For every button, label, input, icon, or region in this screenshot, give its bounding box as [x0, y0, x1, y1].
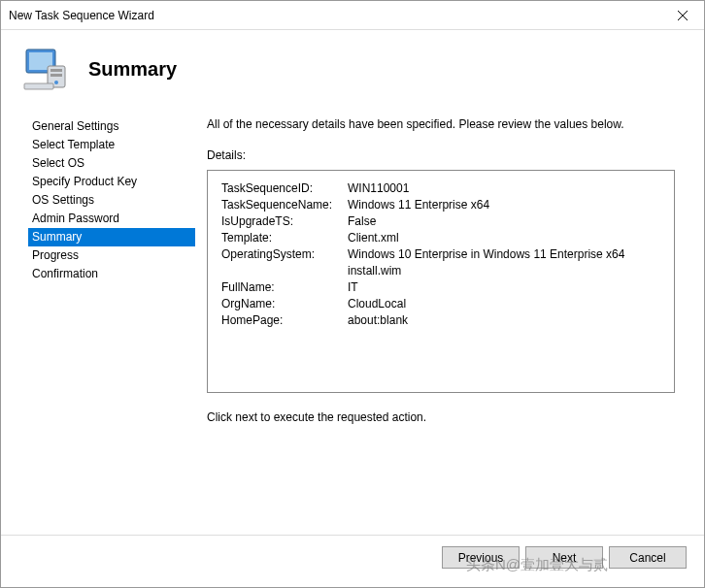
sidebar-item-specify-product-key[interactable]: Specify Product Key — [28, 173, 195, 191]
detail-key: TaskSequenceID: — [221, 180, 348, 197]
sidebar-item-confirmation[interactable]: Confirmation — [28, 265, 195, 283]
page-title: Summary — [88, 58, 177, 81]
detail-row: FullName:IT — [221, 279, 660, 296]
close-button[interactable] — [660, 1, 704, 30]
detail-value: about:blank — [348, 312, 660, 329]
next-button[interactable]: Next — [525, 546, 603, 569]
main-panel: All of the necessary details have been s… — [195, 108, 694, 535]
sidebar-item-admin-password[interactable]: Admin Password — [28, 210, 195, 228]
detail-value: WIN110001 — [348, 180, 660, 197]
wizard-footer: Previous Next Cancel — [1, 535, 704, 579]
hint-text: Click next to execute the requested acti… — [207, 410, 675, 424]
sidebar-item-os-settings[interactable]: OS Settings — [28, 191, 195, 210]
sidebar-item-select-os[interactable]: Select OS — [28, 154, 195, 173]
svg-rect-3 — [50, 69, 62, 72]
sidebar-item-summary[interactable]: Summary — [28, 228, 195, 246]
detail-value: CloudLocal — [348, 296, 660, 312]
cancel-button[interactable]: Cancel — [609, 546, 687, 569]
instruction-text: All of the necessary details have been s… — [207, 117, 675, 131]
detail-key: IsUpgradeTS: — [221, 213, 348, 230]
sidebar-item-progress[interactable]: Progress — [28, 246, 195, 265]
detail-value: Client.xml — [348, 230, 660, 246]
detail-key: Template: — [221, 230, 348, 246]
detail-value: Windows 10 Enterprise in Windows 11 Ente… — [348, 246, 660, 279]
detail-row: Template:Client.xml — [221, 230, 660, 246]
details-label: Details: — [207, 148, 675, 162]
window-title: New Task Sequence Wizard — [9, 9, 154, 22]
detail-row: TaskSequenceName:Windows 11 Enterprise x… — [221, 197, 660, 213]
detail-key: OrgName: — [221, 296, 348, 312]
detail-key: HomePage: — [221, 312, 348, 329]
wizard-steps-sidebar: General SettingsSelect TemplateSelect OS… — [11, 108, 195, 535]
close-icon — [678, 11, 688, 20]
details-box: TaskSequenceID:WIN110001TaskSequenceName… — [207, 170, 675, 393]
svg-rect-4 — [50, 74, 62, 77]
detail-key: TaskSequenceName: — [221, 197, 348, 213]
detail-row: HomePage:about:blank — [221, 312, 660, 329]
detail-row: OrgName:CloudLocal — [221, 296, 660, 312]
detail-key: OperatingSystem: — [221, 246, 348, 279]
detail-value: Windows 11 Enterprise x64 — [348, 197, 660, 213]
detail-key: FullName: — [221, 279, 348, 296]
svg-point-5 — [54, 81, 58, 84]
sidebar-item-select-template[interactable]: Select Template — [28, 136, 195, 154]
previous-button[interactable]: Previous — [442, 546, 520, 569]
detail-row: TaskSequenceID:WIN110001 — [221, 180, 660, 197]
detail-row: IsUpgradeTS:False — [221, 213, 660, 230]
wizard-header: Summary — [1, 30, 704, 108]
computer-icon — [20, 45, 69, 93]
detail-value: IT — [348, 279, 660, 296]
svg-rect-6 — [24, 83, 53, 89]
sidebar-item-general-settings[interactable]: General Settings — [28, 117, 195, 136]
detail-row: OperatingSystem:Windows 10 Enterprise in… — [221, 246, 660, 279]
content-area: General SettingsSelect TemplateSelect OS… — [1, 108, 704, 535]
detail-value: False — [348, 213, 660, 230]
titlebar: New Task Sequence Wizard — [1, 1, 704, 30]
